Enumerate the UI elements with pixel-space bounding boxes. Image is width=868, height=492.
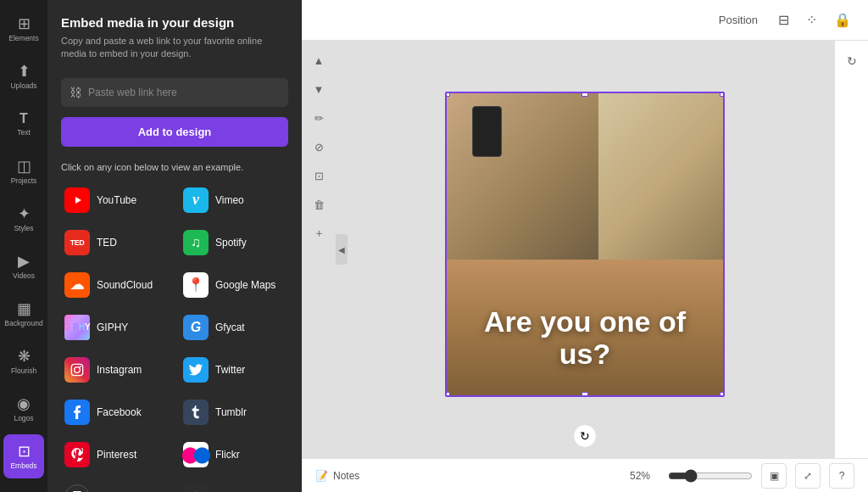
canvas-area: ▲ ▼ ✏ ⊘ ⊡ 🗑 ＋ ◀ Are you one of us? — [302, 41, 868, 458]
service-icon-instagram — [64, 357, 90, 383]
service-label-youtube: YouTube — [97, 194, 136, 206]
sidebar-nav: ⊞ Elements ⬆ Uploads T Text ◫ Projects ✦… — [0, 0, 47, 492]
sidebar-item-elements[interactable]: ⊞ Elements — [3, 7, 44, 51]
layout-icon-button[interactable]: ⊟ — [775, 8, 793, 31]
service-icon-soundcloud: ☁ — [64, 272, 90, 298]
service-icon-flickr: ⬤⬤ — [183, 442, 209, 467]
right-toolbar: ↻ — [834, 41, 868, 458]
service-item-vimeo[interactable]: vVimeo — [176, 181, 292, 220]
add-tool-button[interactable]: ＋ — [306, 221, 331, 246]
design-card[interactable]: Are you one of us? — [445, 92, 725, 397]
scroll-up-button[interactable]: ▲ — [306, 48, 331, 73]
sidebar-item-logos[interactable]: ◉ Logos — [3, 387, 44, 431]
service-item-googlemaps[interactable]: 📍Google Maps — [176, 266, 292, 305]
lock-icon-button[interactable]: 🔒 — [831, 8, 854, 31]
grid-icon-button[interactable]: ⁘ — [803, 8, 821, 31]
delete-tool-button[interactable]: 🗑 — [306, 192, 331, 217]
handle-top-left[interactable] — [445, 92, 450, 97]
service-item-facebook[interactable]: Facebook — [58, 393, 173, 432]
help-button[interactable]: ? — [829, 463, 854, 489]
layout-icon: ⊟ — [778, 12, 789, 28]
service-label-flickr: Flickr — [215, 449, 240, 461]
handle-bottom-left[interactable] — [445, 392, 450, 397]
service-item-pinterest[interactable]: Pinterest — [58, 435, 173, 474]
image-top-right — [598, 93, 723, 275]
sidebar-item-videos[interactable]: ▶ Videos — [3, 244, 44, 288]
service-icon-gfycat: G — [183, 315, 209, 340]
service-item-giphy[interactable]: GIPHYGIPHY — [58, 308, 173, 347]
right-rotate-icon: ↻ — [847, 54, 857, 68]
service-label-vimeo: Vimeo — [215, 194, 244, 206]
service-item-ted[interactable]: TEDTED — [58, 223, 173, 262]
zoom-level-label: 52% — [630, 470, 659, 482]
svg-rect-1 — [71, 364, 82, 375]
url-input[interactable] — [88, 78, 280, 107]
sidebar-item-text[interactable]: T Text — [3, 102, 44, 146]
panel-title: Embed media in your design — [61, 15, 288, 30]
notes-button[interactable]: 📝 Notes — [315, 470, 359, 482]
pen-tool-button[interactable]: ✏ — [306, 105, 331, 131]
handle-bottom-right[interactable] — [720, 392, 725, 397]
service-icon-typeform: T — [64, 484, 90, 492]
link-icon: ⛓ — [70, 86, 81, 99]
sidebar-label-uploads: Uploads — [10, 81, 36, 90]
sidebar-item-projects[interactable]: ◫ Projects — [3, 149, 44, 193]
handle-top-right[interactable] — [720, 92, 725, 97]
service-icon-spotify: ♫ — [183, 230, 209, 255]
service-item-typeform[interactable]: TTypeform — [58, 478, 173, 492]
sidebar-label-logos: Logos — [14, 414, 33, 422]
handle-bottom-middle[interactable] — [581, 392, 588, 397]
scroll-down-button[interactable]: ▼ — [306, 76, 331, 102]
zoom-slider[interactable] — [668, 469, 753, 483]
service-item-gfycat[interactable]: GGfycat — [176, 308, 292, 347]
videos-icon: ▶ — [18, 254, 30, 269]
grid-icon: ⁘ — [806, 12, 817, 28]
service-item-spotify[interactable]: ♫Spotify — [176, 223, 292, 262]
canvas-overlay-text: Are you one of us? — [447, 306, 723, 370]
sidebar-label-videos: Videos — [13, 271, 35, 280]
svg-marker-0 — [75, 197, 81, 204]
sidebar-item-flourish[interactable]: ❋ Flourish — [3, 339, 44, 383]
service-item-instagram[interactable]: Instagram — [58, 350, 173, 389]
service-label-soundcloud: SoundCloud — [97, 279, 153, 291]
sidebar-item-embeds[interactable]: ⊡ Embeds — [3, 434, 44, 478]
design-card-inner: Are you one of us? — [447, 93, 723, 395]
position-button[interactable]: Position — [712, 10, 765, 30]
service-item-youtube[interactable]: YouTube — [58, 181, 173, 220]
service-label-gfycat: Gfycat — [215, 321, 245, 333]
collapse-panel-button[interactable]: ◀ — [336, 234, 348, 265]
sidebar-label-flourish: Flourish — [11, 366, 36, 375]
crop-tool-button[interactable]: ⊘ — [306, 134, 331, 159]
design-canvas-wrapper: Are you one of us? ↻ — [445, 92, 725, 407]
sidebar-label-text: Text — [17, 128, 31, 137]
background-icon: ▦ — [17, 301, 31, 316]
fullscreen-button[interactable]: ⤢ — [795, 463, 821, 489]
fullscreen-icon: ⤢ — [804, 470, 812, 482]
sidebar-label-embeds: Embeds — [10, 461, 36, 470]
sidebar-item-uploads[interactable]: ⬆ Uploads — [3, 54, 44, 98]
position-label: Position — [719, 14, 758, 26]
lock-icon: 🔒 — [834, 12, 851, 28]
service-item-codepen[interactable]: ◈CodePen — [176, 478, 292, 492]
add-to-design-button[interactable]: Add to design — [61, 117, 288, 147]
elements-icon: ⊞ — [18, 16, 31, 31]
service-item-twitter[interactable]: Twitter — [176, 350, 292, 389]
copy-tool-button[interactable]: ⊡ — [306, 163, 331, 188]
right-rotate-button[interactable]: ↻ — [838, 48, 865, 75]
service-item-flickr[interactable]: ⬤⬤Flickr — [176, 435, 292, 474]
service-item-soundcloud[interactable]: ☁SoundCloud — [58, 266, 173, 305]
sidebar-item-background[interactable]: ▦ Background — [3, 292, 44, 336]
sidebar-item-styles[interactable]: ✦ Styles — [3, 197, 44, 241]
handle-top-middle[interactable] — [581, 92, 588, 97]
service-icon-facebook — [64, 400, 90, 425]
rotate-handle-button[interactable]: ↻ — [573, 424, 597, 448]
projects-icon: ◫ — [17, 159, 31, 174]
present-icon: ▣ — [770, 470, 779, 482]
service-icon-vimeo: v — [183, 187, 209, 213]
service-icon-giphy: GIPHY — [64, 315, 90, 340]
present-button[interactable]: ▣ — [761, 463, 787, 489]
sidebar-label-styles: Styles — [14, 224, 33, 232]
click-hint-text: Click on any icon below to view an examp… — [47, 159, 302, 181]
service-label-instagram: Instagram — [97, 364, 142, 376]
service-item-tumblr[interactable]: Tumblr — [176, 393, 292, 432]
